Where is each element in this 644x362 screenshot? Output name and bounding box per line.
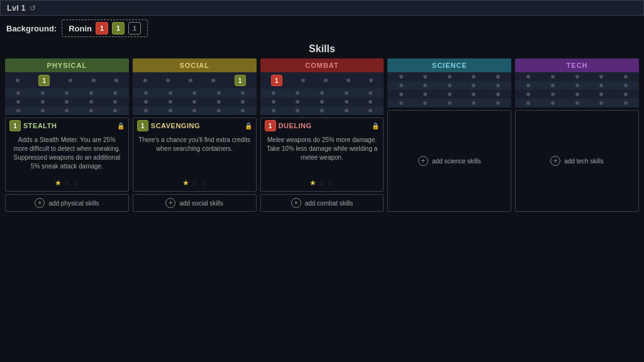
add-social-skills-button[interactable]: + add social skills xyxy=(133,194,257,212)
skill-card-title-row: 1 STEALTH xyxy=(9,120,57,131)
star-empty: ☆ xyxy=(318,178,325,187)
dot xyxy=(16,100,20,104)
skill-row xyxy=(5,106,129,115)
plus-icon: + xyxy=(35,198,45,208)
add-physical-skills-button[interactable]: + add physical skills xyxy=(5,194,129,212)
background-row: Background: Ronin 1 1 1 xyxy=(0,16,644,41)
skill-row xyxy=(260,97,384,106)
skill-card-title-row: 1 DUELING xyxy=(265,120,312,131)
skill-card-social: 1 SCAVENGING 🔒 There's a chance you'll f… xyxy=(133,118,257,192)
top-bar: Lvl 1 ↺ xyxy=(0,0,644,16)
skill-row xyxy=(387,99,511,107)
dot xyxy=(41,91,45,95)
add-combat-label: add combat skills xyxy=(305,200,353,207)
dot xyxy=(472,75,475,79)
dot xyxy=(189,79,192,82)
skill-card-name-physical: STEALTH xyxy=(23,122,57,129)
lock-icon: 🔒 xyxy=(245,123,252,129)
skill-row xyxy=(387,72,511,81)
lock-icon: 🔒 xyxy=(117,123,125,129)
dot xyxy=(241,109,245,112)
skill-row xyxy=(515,99,639,107)
skill-row xyxy=(387,90,511,99)
dot xyxy=(65,91,69,95)
dot xyxy=(399,92,403,96)
skill-card-badge: 1 xyxy=(137,120,148,131)
dot xyxy=(496,75,500,79)
column-tech: TECH xyxy=(515,58,639,212)
dot xyxy=(296,109,299,112)
dot xyxy=(169,91,172,95)
add-science-skills-button[interactable]: + add science skills xyxy=(387,110,511,212)
star-filled: ★ xyxy=(309,178,316,187)
skill-row xyxy=(5,97,129,106)
skill-card-header: 1 STEALTH 🔒 xyxy=(6,118,128,133)
skill-row: 1 xyxy=(133,72,257,89)
dot xyxy=(399,84,403,87)
dot xyxy=(113,91,117,95)
dot xyxy=(551,92,555,96)
dot xyxy=(526,84,530,87)
skill-card-title-row: 1 SCAVENGING xyxy=(137,120,200,131)
add-social-label: add social skills xyxy=(179,200,223,207)
dot xyxy=(296,100,299,104)
category-header-science: SCIENCE xyxy=(387,58,511,72)
dot xyxy=(169,100,172,104)
dot xyxy=(472,84,475,87)
skill-stars-physical: ★ ☆ ☆ xyxy=(6,177,128,191)
dot xyxy=(144,91,148,95)
dot xyxy=(192,91,196,95)
dot xyxy=(551,101,555,105)
skill-card-header: 1 SCAVENGING 🔒 xyxy=(133,118,256,133)
star-empty: ☆ xyxy=(72,178,79,187)
skill-row xyxy=(515,90,639,99)
skill-rows-social: 1 xyxy=(133,72,257,115)
background-name: Ronin xyxy=(69,24,92,33)
dot xyxy=(399,75,403,79)
background-value-box[interactable]: Ronin 1 1 1 xyxy=(62,19,148,37)
add-combat-skills-button[interactable]: + add combat skills xyxy=(260,194,384,212)
star-empty: ☆ xyxy=(327,178,334,187)
dot xyxy=(16,79,19,82)
background-badge-1: 1 xyxy=(96,22,108,35)
skills-grid: PHYSICAL 1 xyxy=(0,58,644,212)
dot xyxy=(399,101,403,105)
column-science: SCIENCE xyxy=(387,58,511,212)
dot xyxy=(526,101,530,105)
dot xyxy=(575,75,579,79)
skill-card-desc-physical: Adds a Stealth Meter. You are 25% more d… xyxy=(6,133,128,177)
dot xyxy=(89,100,93,104)
dot xyxy=(65,100,69,104)
skill-card-desc-combat: Melee weapons do 25% more damage. Take 1… xyxy=(261,133,384,177)
dot xyxy=(211,79,215,82)
add-physical-label: add physical skills xyxy=(48,200,99,207)
plus-icon: + xyxy=(550,156,560,166)
add-tech-skills-button[interactable]: + add tech skills xyxy=(515,110,639,212)
dot xyxy=(320,109,324,112)
category-header-tech: TECH xyxy=(515,58,639,72)
dot xyxy=(345,91,348,95)
dot xyxy=(496,92,500,96)
skills-title: Skills xyxy=(0,43,644,55)
dot xyxy=(551,84,555,87)
dot xyxy=(241,91,245,95)
dot xyxy=(599,84,603,87)
dot xyxy=(423,101,427,105)
dot xyxy=(472,101,475,105)
dot xyxy=(423,75,427,79)
skill-card-desc-social: There's a chance you'll find extra credi… xyxy=(133,133,256,177)
dot xyxy=(16,91,20,95)
background-badge-3: 1 xyxy=(128,22,141,35)
skill-row xyxy=(133,106,257,115)
dot xyxy=(448,101,452,105)
dot xyxy=(144,109,148,112)
skill-row xyxy=(133,89,257,97)
plus-icon: + xyxy=(165,198,175,208)
dot xyxy=(347,79,350,82)
star-filled: ★ xyxy=(182,178,189,187)
refresh-icon[interactable]: ↺ xyxy=(30,4,36,13)
dot xyxy=(369,91,372,95)
plus-icon: + xyxy=(418,156,428,166)
category-header-physical: PHYSICAL xyxy=(5,58,129,72)
lock-icon: 🔒 xyxy=(372,123,379,129)
